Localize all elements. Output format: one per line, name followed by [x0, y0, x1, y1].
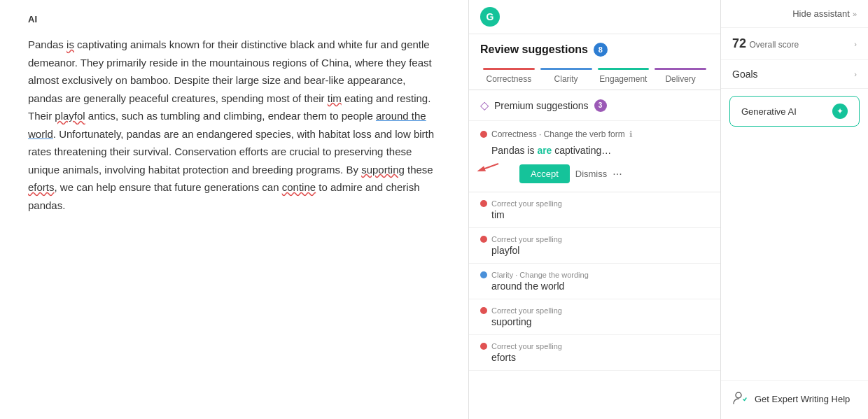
item-header: Correct your spelling [480, 342, 709, 350]
suggestions-badge: 8 [594, 43, 608, 57]
review-title: Review suggestions [480, 43, 588, 56]
item-header: Clarity · Change the wording [480, 271, 709, 279]
svg-point-2 [736, 392, 741, 398]
ai-label: AI [28, 14, 440, 24]
tab-engagement[interactable]: Engagement [595, 62, 652, 90]
error-suporting[interactable]: suporting [361, 164, 405, 176]
clarity-dot [480, 271, 487, 278]
grammarly-logo: G [480, 7, 500, 27]
item-word: eforts [480, 352, 709, 363]
hide-assistant-button[interactable]: Hide assistant » [721, 0, 868, 28]
item-header: Correct your spelling [480, 235, 709, 243]
item-word: around the world [480, 280, 709, 292]
error-playfol[interactable]: playfol [55, 110, 85, 122]
gen-ai-icon: ✦ [832, 104, 848, 119]
suggestion-item-eforts[interactable]: Correct your spelling eforts [469, 335, 720, 371]
generative-ai-section[interactable]: Generative AI ✦ [729, 96, 860, 127]
item-header: Correct your spelling [480, 306, 709, 315]
premium-text: Premium suggestions [494, 100, 589, 111]
editor-panel: AI Pandas is captivating animals known f… [0, 0, 469, 419]
error-eforts[interactable]: eforts [28, 181, 55, 193]
grammarly-header: G [469, 0, 720, 34]
correctness-dot [480, 307, 487, 314]
svg-line-1 [481, 164, 498, 170]
goals-section[interactable]: Goals › [721, 60, 868, 89]
score-chevron-icon: › [854, 40, 857, 48]
more-options-button[interactable]: ··· [612, 168, 622, 180]
suggestion-preview: Pandas is are captivating… [480, 145, 709, 156]
item-label: Correct your spelling [491, 235, 562, 243]
item-word: playfol [480, 245, 709, 256]
category-tabs: Correctness Clarity Engagement Delivery [469, 57, 720, 90]
suggestion-item-tim[interactable]: Correct your spelling tim [469, 192, 720, 228]
review-header: Review suggestions 8 [469, 34, 720, 57]
dismiss-button[interactable]: Dismiss [575, 169, 608, 179]
main-text: Pandas is captivating animals known for … [28, 36, 440, 214]
error-is[interactable]: is [66, 38, 74, 50]
card-header: Correctness · Change the verb form ℹ [480, 129, 709, 139]
overall-score-section[interactable]: 72 Overall score › [721, 28, 868, 60]
suggestions-list: ◇ Premium suggestions 3 Correctness · Ch… [469, 90, 720, 419]
item-header: Correct your spelling [480, 199, 709, 208]
item-label: Correct your spelling [491, 306, 562, 315]
active-suggestion-card: Correctness · Change the verb form ℹ Pan… [469, 121, 720, 192]
correctness-dot [480, 131, 487, 138]
assistant-panel: Hide assistant » 72 Overall score › Goal… [721, 0, 868, 419]
expert-icon [732, 390, 748, 409]
premium-badge: 3 [594, 99, 607, 112]
diamond-icon: ◇ [480, 99, 489, 112]
item-word: tim [480, 209, 709, 220]
score-label: Overall score [749, 40, 799, 50]
red-arrow-indicator [477, 160, 500, 174]
action-buttons: Accept Dismiss ··· [480, 164, 709, 183]
item-label: Clarity · Change the wording [491, 271, 589, 279]
correctness-dot [480, 343, 487, 350]
accept-button[interactable]: Accept [519, 164, 570, 183]
item-word: suporting [480, 316, 709, 327]
item-label: Correct your spelling [491, 342, 562, 350]
error-tim[interactable]: tim [328, 92, 342, 104]
expert-writing-section[interactable]: Get Expert Writing Help [721, 380, 868, 419]
error-contine[interactable]: contine [282, 181, 316, 193]
goals-label: Goals [732, 69, 758, 80]
suggestion-item-suporting[interactable]: Correct your spelling suporting [469, 299, 720, 335]
item-label: Correct your spelling [491, 199, 562, 208]
hide-assistant-label: Hide assistant [792, 8, 850, 19]
info-icon[interactable]: ℹ [629, 129, 633, 139]
premium-banner[interactable]: ◇ Premium suggestions 3 [469, 90, 720, 121]
tab-correctness[interactable]: Correctness [480, 62, 538, 90]
goals-chevron-icon: › [854, 70, 857, 78]
correctness-dot [480, 236, 487, 243]
suggestion-item-around-the-world[interactable]: Clarity · Change the wording around the … [469, 264, 720, 299]
suggestions-panel: G Review suggestions 8 Correctness Clari… [469, 0, 721, 419]
expert-text: Get Expert Writing Help [755, 393, 850, 406]
card-type-label: Correctness · Change the verb form [491, 129, 625, 139]
suggestion-item-playfol[interactable]: Correct your spelling playfol [469, 228, 720, 264]
suggestion-around-the-world[interactable]: around the world [28, 110, 426, 140]
correctness-dot [480, 200, 487, 207]
tab-clarity[interactable]: Clarity [538, 62, 595, 90]
gen-ai-label: Generative AI [741, 106, 797, 117]
score-number: 72 [732, 36, 746, 50]
tab-delivery[interactable]: Delivery [652, 62, 709, 90]
chevron-right-icon: » [853, 10, 857, 18]
